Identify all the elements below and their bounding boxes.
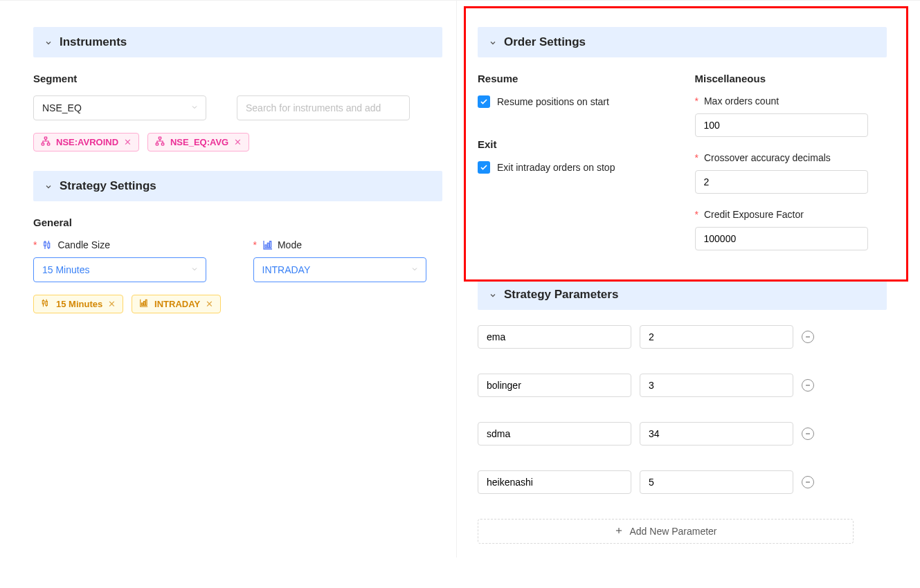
close-icon[interactable]: ✕	[108, 299, 116, 309]
tag-label: NSE_EQ:AVG	[170, 137, 228, 147]
parameter-name-input[interactable]	[478, 325, 631, 349]
hierarchy-icon	[155, 136, 165, 148]
resume-checkbox-row[interactable]: Resume positions on start	[478, 95, 670, 108]
strategy-tags: 15 Minutes ✕ INTRADAY ✕	[33, 295, 442, 313]
misc-label: Miscellaneous	[695, 73, 887, 84]
section-title: Instruments	[60, 35, 127, 49]
candlestick-icon	[41, 298, 51, 310]
required-icon: *	[695, 209, 698, 220]
close-icon[interactable]: ✕	[124, 137, 132, 147]
section-title: Strategy Parameters	[504, 288, 618, 302]
svg-rect-3	[159, 137, 161, 139]
candle-size-value: 15 Minutes	[42, 264, 89, 275]
chevron-down-icon	[190, 102, 199, 113]
mode-value: INTRADAY	[262, 264, 311, 275]
segment-select[interactable]: NSE_EQ	[33, 95, 206, 120]
chevron-down-icon	[489, 38, 497, 46]
required-icon: *	[33, 239, 37, 250]
instrument-tag[interactable]: NSE_EQ:AVG ✕	[147, 133, 249, 151]
close-icon[interactable]: ✕	[234, 137, 242, 147]
parameter-name-input[interactable]	[478, 422, 631, 445]
exit-checkbox-row[interactable]: Exit intraday orders on stop	[478, 161, 670, 174]
parameter-row	[478, 374, 887, 397]
svg-rect-2	[47, 143, 50, 145]
strategy-settings-header[interactable]: Strategy Settings	[33, 171, 442, 201]
checkbox-checked-icon[interactable]	[478, 161, 490, 174]
svg-rect-10	[143, 302, 145, 306]
remove-parameter-button[interactable]	[802, 428, 814, 440]
crossover-label: * Crossover accuracy decimals	[695, 152, 887, 163]
candle-size-label: * Candle Size	[33, 239, 223, 250]
chart-bar-icon	[262, 239, 273, 250]
required-icon: *	[695, 152, 698, 163]
exit-checkbox-label: Exit intraday orders on stop	[497, 162, 615, 173]
chevron-down-icon	[489, 291, 497, 299]
svg-rect-5	[161, 143, 164, 145]
instrument-tag[interactable]: NSE:AVROIND ✕	[33, 133, 139, 151]
credit-input[interactable]	[695, 227, 868, 250]
required-icon: *	[253, 239, 257, 250]
parameter-value-input[interactable]	[640, 325, 793, 349]
parameter-name-input[interactable]	[478, 374, 631, 397]
mode-select[interactable]: INTRADAY	[253, 257, 426, 282]
parameter-row	[478, 422, 887, 445]
svg-rect-11	[145, 300, 147, 305]
resume-label: Resume	[478, 73, 670, 84]
parameter-value-input[interactable]	[640, 374, 793, 397]
plus-icon	[614, 526, 624, 538]
checkbox-checked-icon[interactable]	[478, 95, 490, 108]
svg-rect-6	[265, 245, 267, 248]
parameter-row	[478, 470, 887, 494]
candlestick-icon	[42, 239, 53, 250]
general-label: General	[33, 217, 442, 228]
crossover-input[interactable]	[695, 170, 868, 194]
svg-rect-7	[267, 243, 269, 248]
instruments-header[interactable]: Instruments	[33, 27, 442, 57]
close-icon[interactable]: ✕	[206, 299, 213, 309]
chart-bar-icon	[139, 298, 149, 310]
remove-parameter-button[interactable]	[802, 379, 814, 392]
tag-label: INTRADAY	[154, 299, 200, 309]
strategy-tag[interactable]: INTRADAY ✕	[132, 295, 221, 313]
svg-rect-9	[142, 303, 143, 306]
parameter-value-input[interactable]	[640, 422, 793, 445]
add-parameter-button[interactable]: Add New Parameter	[478, 519, 854, 544]
parameter-row	[478, 325, 887, 349]
chevron-down-icon	[190, 264, 199, 275]
exit-label: Exit	[478, 138, 670, 150]
section-title: Strategy Settings	[60, 179, 156, 193]
credit-label: * Credit Exposure Factor	[695, 209, 887, 220]
parameter-name-input[interactable]	[478, 470, 631, 494]
section-title: Order Settings	[504, 35, 586, 49]
segment-label: Segment	[33, 73, 442, 84]
svg-rect-1	[42, 143, 44, 145]
chevron-down-icon	[411, 264, 419, 275]
hierarchy-icon	[41, 136, 51, 148]
add-parameter-label: Add New Parameter	[629, 526, 716, 537]
segment-value: NSE_EQ	[42, 102, 82, 113]
candle-size-select[interactable]: 15 Minutes	[33, 257, 206, 282]
tag-label: 15 Minutes	[56, 299, 102, 309]
tag-label: NSE:AVROIND	[56, 137, 118, 147]
instrument-tags: NSE:AVROIND ✕ NSE_EQ:AVG ✕	[33, 133, 442, 151]
required-icon: *	[695, 95, 698, 107]
mode-label: * Mode	[253, 239, 443, 250]
order-settings-header[interactable]: Order Settings	[478, 27, 887, 57]
remove-parameter-button[interactable]	[802, 476, 814, 488]
svg-rect-0	[44, 137, 47, 139]
svg-rect-8	[270, 241, 271, 248]
svg-rect-4	[156, 143, 159, 145]
parameter-value-input[interactable]	[640, 470, 793, 494]
strategy-parameters-header[interactable]: Strategy Parameters	[478, 279, 887, 310]
chevron-down-icon	[44, 38, 53, 46]
resume-checkbox-label: Resume positions on start	[497, 96, 609, 107]
instrument-search-input[interactable]	[237, 95, 410, 120]
max-orders-input[interactable]	[695, 113, 868, 137]
chevron-down-icon	[44, 182, 53, 190]
max-orders-label: * Max orders count	[695, 95, 887, 107]
strategy-tag[interactable]: 15 Minutes ✕	[33, 295, 123, 313]
remove-parameter-button[interactable]	[802, 331, 814, 343]
